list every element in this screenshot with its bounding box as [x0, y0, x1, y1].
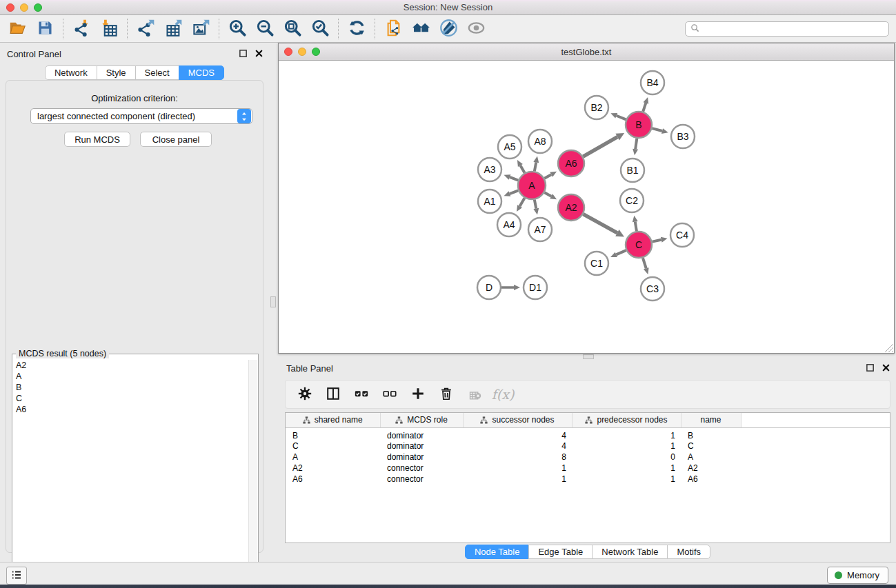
- graph-node-B4[interactable]: B4: [641, 71, 664, 94]
- mcds-result-scrollbar[interactable]: [248, 360, 257, 587]
- graph-node-B2[interactable]: B2: [585, 96, 608, 119]
- mcds-result-item[interactable]: A2: [13, 360, 248, 371]
- tab-edge-table[interactable]: Edge Table: [528, 545, 593, 559]
- home-button[interactable]: [409, 18, 432, 40]
- table-row-C[interactable]: Cdominator41C: [286, 440, 890, 452]
- graph-node-A7[interactable]: A7: [528, 218, 552, 241]
- vertical-splitter-handle[interactable]: [270, 296, 276, 307]
- graph-node-C3[interactable]: C3: [641, 277, 664, 301]
- column-header-shared-name[interactable]: shared name: [286, 413, 380, 427]
- graph-node-A1[interactable]: A1: [478, 190, 501, 213]
- zoom-selected-button[interactable]: [308, 18, 332, 40]
- import-table-button[interactable]: [97, 18, 121, 40]
- refresh-view-button[interactable]: [345, 18, 368, 40]
- graph-edge-B-B3[interactable]: [652, 128, 668, 134]
- graph-node-A[interactable]: A: [518, 172, 546, 199]
- graph-node-D[interactable]: D: [477, 276, 501, 299]
- close-panel-icon[interactable]: [882, 363, 890, 372]
- show-graphics-details-button[interactable]: [464, 18, 488, 40]
- save-session-button[interactable]: [33, 18, 57, 40]
- graph-edge-C-C1[interactable]: [610, 250, 626, 257]
- tab-mcds[interactable]: MCDS: [179, 65, 224, 80]
- hide-graphics-details-button[interactable]: [437, 18, 460, 40]
- column-header-successor-nodes[interactable]: successor nodes: [463, 413, 572, 427]
- graph-node-C[interactable]: C: [626, 232, 652, 258]
- graph-edge-A2-C[interactable]: [584, 214, 624, 237]
- export-network-button[interactable]: [134, 18, 157, 40]
- task-history-button[interactable]: [6, 567, 27, 585]
- graph-node-C2[interactable]: C2: [620, 189, 644, 212]
- split-panel-button[interactable]: [325, 386, 341, 403]
- tab-motifs[interactable]: Motifs: [667, 545, 710, 559]
- mcds-result-item[interactable]: C: [13, 393, 248, 404]
- mcds-result-item[interactable]: B: [13, 382, 248, 393]
- graph-edge-A-A6[interactable]: [544, 172, 557, 179]
- column-header-name[interactable]: name: [681, 413, 741, 427]
- float-panel-icon[interactable]: [239, 49, 248, 58]
- graph-node-A4[interactable]: A4: [497, 213, 521, 236]
- graph-node-A6[interactable]: A6: [558, 150, 584, 176]
- open-file-button[interactable]: [6, 18, 29, 40]
- settings-button[interactable]: [297, 386, 313, 403]
- graph-edge-B-B2[interactable]: [610, 113, 626, 119]
- close-panel-button[interactable]: Close panel: [140, 132, 212, 147]
- graph-node-C1[interactable]: C1: [585, 252, 608, 275]
- criterion-dropdown[interactable]: largest connected component (directed): [30, 108, 252, 124]
- new-network-from-selection-button[interactable]: [381, 18, 405, 40]
- export-table-button[interactable]: [161, 18, 185, 40]
- graph-edge-C-C2[interactable]: [633, 216, 638, 232]
- zoom-in-button[interactable]: [226, 18, 249, 40]
- graph-edge-A-A4[interactable]: [517, 198, 524, 212]
- graph-edge-A-A2[interactable]: [544, 192, 557, 199]
- graph-node-B3[interactable]: B3: [671, 125, 695, 148]
- graph-edge-C-C3[interactable]: [643, 258, 649, 274]
- graph-node-B1[interactable]: B1: [621, 159, 644, 182]
- mcds-result-item[interactable]: A: [13, 371, 248, 382]
- table-row-A2[interactable]: A2connector11A2: [286, 463, 890, 474]
- graph-edge-C-C4[interactable]: [653, 237, 668, 243]
- graph-node-C4[interactable]: C4: [670, 223, 694, 247]
- graph-node-A5[interactable]: A5: [498, 135, 521, 159]
- graph-edge-D-D1[interactable]: [501, 285, 520, 290]
- graph-edge-A-A1[interactable]: [504, 190, 519, 196]
- column-header-predecessor-nodes[interactable]: predecessor nodes: [572, 413, 681, 427]
- graph-node-A2[interactable]: A2: [558, 194, 584, 221]
- float-panel-icon[interactable]: [866, 363, 875, 372]
- graph-edge-A-A5[interactable]: [517, 160, 525, 173]
- add-column-button[interactable]: [410, 386, 426, 403]
- close-panel-icon[interactable]: [255, 49, 263, 58]
- zoom-out-button[interactable]: [253, 18, 277, 40]
- mcds-result-item[interactable]: A6: [13, 404, 248, 415]
- tab-network-table[interactable]: Network Table: [592, 545, 668, 559]
- graph-node-D1[interactable]: D1: [524, 276, 547, 299]
- run-mcds-button[interactable]: Run MCDS: [64, 132, 130, 147]
- delete-column-button[interactable]: [438, 386, 455, 403]
- graph-node-A3[interactable]: A3: [478, 158, 501, 181]
- search-field[interactable]: [685, 21, 889, 37]
- select-all-columns-button[interactable]: [353, 386, 370, 403]
- import-network-button[interactable]: [70, 18, 93, 40]
- zoom-fit-button[interactable]: [281, 18, 304, 40]
- unselect-all-columns-button[interactable]: [381, 386, 398, 403]
- search-input[interactable]: [702, 23, 888, 35]
- graph-edge-A-A7[interactable]: [533, 200, 539, 215]
- tab-select[interactable]: Select: [135, 65, 179, 80]
- table-row-B[interactable]: Bdominator41B: [286, 427, 890, 440]
- graph-edge-B-B4[interactable]: [643, 97, 648, 112]
- memory-button[interactable]: Memory: [827, 567, 888, 584]
- graph-edge-A6-B[interactable]: [583, 133, 624, 156]
- network-canvas[interactable]: AA1A3A5A8A4A7A6A2BB2B4B3B1CC2C4C1C3DD1: [279, 61, 894, 353]
- graph-edge-A-A8[interactable]: [533, 156, 539, 172]
- tab-node-table[interactable]: Node Table: [465, 545, 530, 559]
- export-image-button[interactable]: [189, 18, 212, 40]
- window-resize-grip[interactable]: [884, 343, 893, 352]
- graph-node-A8[interactable]: A8: [528, 130, 552, 153]
- column-header-MCDS-role[interactable]: MCDS role: [380, 413, 463, 427]
- tab-style[interactable]: Style: [97, 65, 136, 80]
- horizontal-splitter-handle[interactable]: [583, 354, 594, 359]
- graph-edge-B-B1[interactable]: [633, 139, 638, 155]
- graph-node-B[interactable]: B: [626, 112, 652, 138]
- graph-edge-A-A3[interactable]: [504, 174, 519, 180]
- tab-network[interactable]: Network: [45, 65, 97, 80]
- table-row-A6[interactable]: A6connector11A6: [286, 474, 890, 485]
